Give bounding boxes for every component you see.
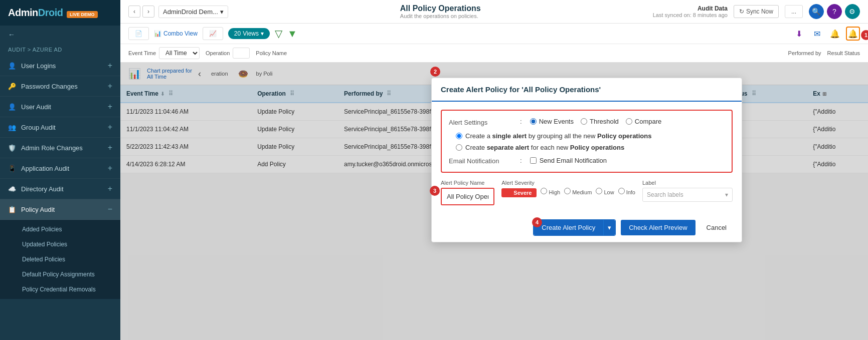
sub-deleted-policies[interactable]: Deleted Policies	[0, 252, 120, 267]
sidebar-item-policy-audit[interactable]: 📋 Policy Audit −	[0, 199, 120, 220]
compare-radio[interactable]	[626, 118, 632, 125]
separate-alert-option[interactable]: Create separate alert for each new Polic…	[456, 144, 725, 151]
label-field-label: Label	[642, 180, 733, 186]
chart-icon: 📈	[209, 30, 217, 37]
threshold-radio[interactable]	[581, 118, 587, 125]
alert-bell-icon[interactable]: 🔔	[846, 27, 860, 41]
chart-button[interactable]: 📈	[203, 27, 223, 40]
severe-dot	[506, 190, 511, 195]
create-alert-policy-button-group: Create Alert Policy ▾	[533, 219, 616, 236]
send-email-checkbox[interactable]	[530, 157, 537, 164]
operation-label: Operation	[206, 50, 230, 56]
operation-select[interactable]	[233, 48, 250, 59]
separate-alert-radio[interactable]	[456, 144, 462, 151]
send-email-label: Send Email Notification	[540, 157, 607, 164]
search-icon-button[interactable]: 🔍	[809, 4, 824, 19]
breadcrumb-select[interactable]: AdminDroid Dem... ▾	[158, 6, 228, 18]
group-icon: 👥	[8, 124, 16, 131]
page-subtitle: Audit the operations on policies.	[400, 13, 481, 19]
low-option[interactable]: Low	[596, 188, 614, 195]
sidebar-item-application-audit[interactable]: 📱 Application Audit +	[0, 158, 120, 179]
sync-icon: ↻	[739, 8, 744, 15]
alert-policy-name-input[interactable]	[441, 188, 494, 205]
high-radio[interactable]	[541, 188, 547, 194]
bottom-section: 3 Alert Policy Name Alert Severity Sever…	[441, 180, 733, 205]
threshold-option[interactable]: Threshold	[581, 118, 619, 125]
single-alert-radio[interactable]	[456, 133, 462, 139]
email-icon[interactable]: ✉	[810, 27, 824, 41]
schedule-icon[interactable]: 🔔	[828, 27, 842, 41]
single-alert-label: Create a single alert by grouping all th…	[465, 132, 651, 140]
alert-settings-row: Alert Settings : New Events Threshold	[449, 118, 725, 126]
logo-area: AdminDroid LIVE DEMO	[0, 0, 120, 26]
step-4-badge: 4	[532, 217, 542, 227]
info-option[interactable]: Info	[618, 188, 635, 195]
medium-radio[interactable]	[564, 188, 571, 194]
settings-icon-button[interactable]: ⚙	[845, 4, 860, 19]
download-icon[interactable]: ⬇	[792, 27, 806, 41]
check-alert-preview-button[interactable]: Check Alert Preview	[621, 220, 695, 235]
sub-updated-policies[interactable]: Updated Policies	[0, 237, 120, 252]
new-events-option[interactable]: New Events	[530, 118, 574, 125]
sidebar-breadcrumb: Audit > Azure AD	[0, 44, 120, 56]
user-icon: 👤	[8, 62, 16, 70]
sidebar-item-user-logins[interactable]: 👤 User Logins +	[0, 56, 120, 76]
main-content: ‹ › AdminDroid Dem... ▾ All Policy Opera…	[120, 0, 868, 340]
modal-title: Create Alert Policy for 'All Policy Oper…	[441, 85, 601, 94]
create-alert-policy-dropdown-button[interactable]: ▾	[603, 220, 615, 235]
combo-view-button[interactable]: 📊 Combo View	[154, 30, 198, 37]
low-radio[interactable]	[596, 188, 602, 194]
page-title-area: All Policy Operations Audit the operatio…	[400, 4, 481, 19]
result-status-filter: Result Status	[827, 50, 860, 56]
combo-view-icon: 📊	[154, 30, 161, 37]
event-time-select[interactable]: All Time	[159, 47, 200, 59]
sub-policy-credential-removals[interactable]: Policy Credential Removals	[0, 282, 120, 297]
compare-option[interactable]: Compare	[626, 118, 661, 125]
cancel-button[interactable]: Cancel	[701, 220, 733, 235]
policy-icon: 📋	[8, 206, 16, 213]
sync-now-button[interactable]: ↻ Sync Now	[734, 5, 779, 18]
medium-option[interactable]: Medium	[564, 188, 592, 195]
sidebar-item-user-audit[interactable]: 👤 User Audit +	[0, 97, 120, 117]
more-options-button[interactable]: ...	[785, 5, 803, 18]
severity-options: Severe High Medium	[501, 188, 635, 197]
info-radio[interactable]	[618, 188, 625, 194]
severe-option[interactable]: Severe	[501, 188, 537, 197]
modal-footer: 4 Create Alert Policy ▾ Check Alert Prev…	[432, 213, 742, 242]
sidebar-item-password-changes[interactable]: 🔑 Password Changes +	[0, 76, 120, 97]
sidebar-item-group-audit[interactable]: 👥 Group Audit +	[0, 117, 120, 138]
step-1-badge: 1	[861, 30, 868, 40]
views-button[interactable]: 20 Views ▾	[228, 28, 270, 39]
event-time-label: Event Time	[128, 50, 156, 56]
high-option[interactable]: High	[541, 188, 560, 195]
sidebar-item-admin-role-changes[interactable]: 🛡️ Admin Role Changes +	[0, 138, 120, 158]
nav-back-button[interactable]: ‹	[128, 6, 140, 18]
send-email-option[interactable]: Send Email Notification	[530, 157, 607, 164]
operation-filter: Operation	[206, 48, 250, 59]
cloud-icon: ☁️	[8, 185, 16, 193]
email-notification-row: Email Notification : Send Email Notifica…	[449, 156, 725, 165]
logo-text: AdminDroid LIVE DEMO	[8, 7, 98, 19]
sub-default-policy-assignments[interactable]: Default Policy Assignments	[0, 267, 120, 282]
create-alert-policy-button[interactable]: Create Alert Policy	[534, 220, 603, 235]
shield-icon: 🛡️	[8, 144, 16, 152]
help-icon-button[interactable]: ?	[827, 4, 842, 19]
nav-forward-button[interactable]: ›	[142, 6, 154, 18]
expand-icon: +	[108, 102, 112, 111]
filter-button[interactable]: ▽	[275, 28, 282, 40]
policy-name-label: Policy Name	[256, 50, 287, 56]
sidebar-item-directory-audit[interactable]: ☁️ Directory Audit +	[0, 179, 120, 199]
modal-body: Alert Settings : New Events Threshold	[432, 102, 742, 213]
sub-added-policies[interactable]: Added Policies	[0, 222, 120, 237]
breadcrumb-label: AdminDroid Dem...	[163, 8, 218, 16]
new-events-radio[interactable]	[530, 118, 537, 125]
single-alert-option[interactable]: Create a single alert by grouping all th…	[456, 132, 725, 140]
audit-data-info: Audit Data Last synced on: 8 minutes ago	[653, 5, 728, 18]
audit-data-label: Audit Data	[653, 5, 728, 12]
document-view-button[interactable]: 📄	[128, 27, 149, 40]
breadcrumb-chevron-icon: ▾	[220, 8, 224, 16]
back-button[interactable]: ←	[0, 26, 120, 44]
alert-settings-section: Alert Settings : New Events Threshold	[441, 110, 733, 173]
filter-options-button[interactable]: ▼	[287, 28, 297, 40]
label-search-dropdown[interactable]: Search labels ▾	[642, 188, 733, 202]
